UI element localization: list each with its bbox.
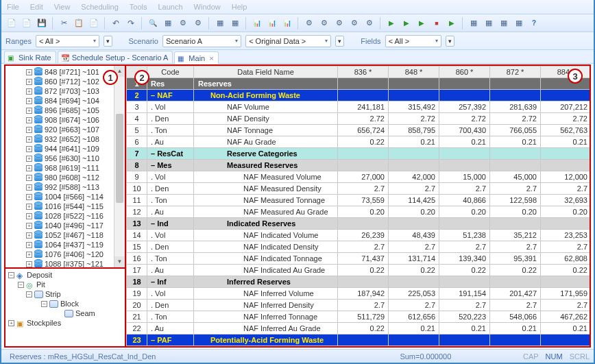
menu-launch[interactable]: Launch [156,1,184,12]
data-combo[interactable]: < Original Data > ▾ [245,35,331,47]
cell-value[interactable]: 0.21 [439,323,490,335]
cell-value[interactable]: 2.7 [439,241,490,253]
expand-icon[interactable] [26,213,32,219]
cell-value[interactable]: 2.7 [338,300,389,311]
cell-value[interactable]: 0.21 [541,136,590,148]
cell-value[interactable]: 2.7 [439,300,490,311]
view1-icon[interactable] [467,17,480,29]
cell-value[interactable]: 0.20 [389,206,439,218]
play2-icon[interactable] [446,17,458,29]
cell-value[interactable]: 171,959 [541,288,590,300]
cell-value[interactable]: 700,430 [439,125,490,136]
cell-value[interactable]: 2.7 [338,183,389,195]
cell-value[interactable]: 548,066 [490,311,541,323]
grid-row[interactable]: 7– ResCatReserve Categories [127,148,590,160]
open-icon[interactable] [21,17,33,29]
cell-value[interactable]: 225,053 [389,288,439,300]
cell-code[interactable]: Res [147,78,194,90]
cell-value[interactable]: 45,000 [490,171,541,183]
cell-value[interactable]: 0.21 [389,136,439,148]
cell-name[interactable]: NAF Inferred Volume [194,288,338,300]
cell-code[interactable]: – NAF [147,90,194,101]
tree-layer-item[interactable]: 1088 [#375] ~121 [26,259,112,267]
view4-icon[interactable] [513,17,525,29]
cell-value[interactable] [338,160,389,171]
cell-value[interactable] [338,335,389,346]
cell-value[interactable] [439,148,490,160]
cell-value[interactable]: 0.22 [338,136,389,148]
tree-layer-item[interactable]: 896 [#685] ~105 [26,106,112,115]
cell-value[interactable]: 27,000 [338,171,389,183]
cell-value[interactable] [541,148,590,160]
cell-value[interactable]: 12,000 [541,171,590,183]
cell-code[interactable]: . Au [147,323,194,335]
cell-value[interactable] [389,148,439,160]
cell-value[interactable]: 612,656 [389,311,439,323]
cell-value[interactable]: 0.20 [338,206,389,218]
save-icon[interactable] [36,17,48,29]
cell-value[interactable] [439,78,490,90]
cell-value[interactable]: 2.72 [439,113,490,125]
paste-icon[interactable] [88,17,100,29]
scrollbar-vertical[interactable]: ▲ ▼ [114,66,125,267]
grid2-icon[interactable] [229,17,241,29]
cell-value[interactable] [389,218,439,230]
cell-value[interactable]: 520,223 [439,311,490,323]
cell-name[interactable]: NAF Density [194,113,338,125]
tree-layers[interactable]: 848 [#721] ~101860 [#712] ~102872 [#703]… [5,66,125,267]
view2-icon[interactable] [483,17,495,29]
cell-value[interactable] [389,276,439,288]
tab-main[interactable]: Main × [174,51,218,64]
search-icon[interactable] [147,17,159,29]
cut-icon[interactable] [58,17,70,29]
tree-layer-item[interactable]: 872 [#703] ~103 [26,86,112,96]
grid-row[interactable]: 5. TonNAF Tonnage656,724858,795700,43076… [127,125,590,136]
cell-name[interactable]: NAF Inferred Density [194,300,338,311]
cell-name[interactable]: NAF Indicated Tonnage [194,253,338,265]
cell-name[interactable]: NAF Measured Au Grade [194,206,338,218]
menu-edit[interactable]: Edit [29,1,45,12]
expand-icon[interactable] [26,252,32,258]
collapse-icon[interactable] [8,272,14,278]
cell-name[interactable]: NAF Volume [194,101,338,113]
scenario-combo[interactable]: Scenario A ▾ [162,35,241,47]
cell-code[interactable]: . Ton [147,195,194,206]
cell-value[interactable]: 858,795 [389,125,439,136]
cell-value[interactable]: 40,866 [439,195,490,206]
cell-name[interactable]: NAF Inferred Tonnage [194,311,338,323]
cell-value[interactable]: 2.7 [439,183,490,195]
expand-icon[interactable] [26,184,32,191]
expand-icon[interactable] [26,108,32,114]
grid-row[interactable]: 10. DenNAF Measured Density2.72.72.72.72… [127,183,590,195]
cell-value[interactable]: 0.21 [490,323,541,335]
expand-icon[interactable] [26,127,32,133]
tree-layer-item[interactable]: 1052 [#467] ~118 [26,230,112,240]
cell-value[interactable]: 62,808 [541,253,590,265]
cell-value[interactable]: 0.22 [338,323,389,335]
expand-icon[interactable] [26,242,32,248]
cell-value[interactable] [541,218,590,230]
config4-icon[interactable] [348,17,361,29]
tab-sink-rate[interactable]: Sink Rate [4,51,56,63]
tree-node-deposit[interactable]: Deposit [8,270,122,280]
cell-value[interactable]: 766,055 [490,125,541,136]
col-name[interactable]: Data Field Name [194,66,338,78]
cell-code[interactable]: . Vol [147,171,194,183]
expand-icon[interactable] [26,223,32,229]
tree-node-pit[interactable]: Pit [18,280,122,289]
cell-value[interactable]: 51,238 [439,230,490,241]
tree-layer-item[interactable]: 944 [#641] ~109 [26,144,112,154]
new-icon[interactable] [5,17,18,29]
expand-icon[interactable] [26,88,32,95]
expand-icon[interactable] [26,261,32,267]
cell-value[interactable]: 0.22 [389,265,439,276]
cell-value[interactable]: 191,154 [439,288,490,300]
tree-layer-item[interactable]: 908 [#674] ~106 [26,115,112,125]
cell-value[interactable]: 201,427 [490,288,541,300]
grid-row[interactable]: 3. VolNAF Volume241,181315,492257,392281… [127,101,590,113]
expand-icon[interactable] [26,165,32,171]
expand-icon[interactable] [8,320,14,326]
table-icon[interactable] [162,17,174,29]
cell-value[interactable]: 281,639 [490,101,541,113]
cell-code[interactable]: . Vol [147,101,194,113]
